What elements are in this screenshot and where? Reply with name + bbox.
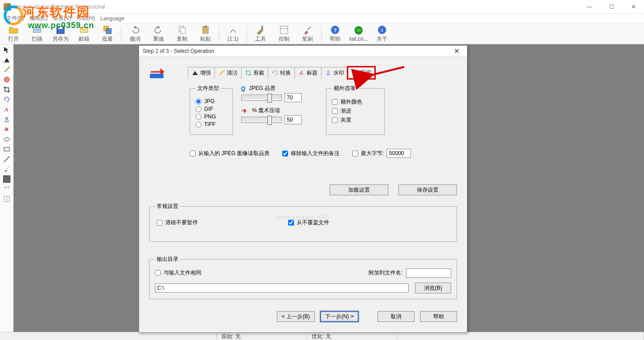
radio-png[interactable] [196,114,201,120]
tb-ratio[interactable]: (1:1) [221,24,245,44]
maxbytes-value[interactable] [387,149,411,158]
tool-rotate-icon[interactable] [3,96,10,103]
filetype-group: 文件类型 JPG GIF PNG TIFF [190,85,233,135]
menu-view[interactable]: 查看(V) [51,14,73,23]
jpeg-quality-value[interactable] [285,93,302,102]
dialog-titlebar: Step 2 of 3 - Select Operation ✕ [139,46,467,57]
tb-saveas[interactable]: 另存为 [49,24,72,44]
tool-oval-icon[interactable] [3,136,10,143]
filetype-legend: 文件类型 [196,85,221,92]
color-swatch[interactable] [3,175,10,183]
minimize-button[interactable]: — [582,2,597,12]
general-settings-group: 常规设置 遇错不要暂停 从不覆盖文件 [149,203,457,242]
tool-brush-icon[interactable] [3,165,10,173]
check-maxbytes[interactable] [352,151,358,156]
tb-about[interactable]: i关于 [370,24,394,44]
svg-rect-29 [7,186,9,189]
tb-undo[interactable]: 撤消 [123,24,147,44]
menu-language[interactable]: Language [98,14,126,23]
tool-palette-icon[interactable] [3,76,10,83]
menu-edit[interactable]: 编辑(E) [28,14,49,23]
tab-convert[interactable]: 转换 [268,67,295,79]
tab-watermark[interactable]: 水印 [321,67,348,79]
browse-button[interactable]: 浏览(B) [415,283,451,293]
output-path-field[interactable] [155,283,409,293]
radio-gif[interactable] [196,106,201,112]
check-remove-comment[interactable] [282,151,288,156]
next-button[interactable]: 下一步(N) > [320,311,359,322]
tb-xat[interactable]: xat.co... [347,24,370,44]
svg-rect-11 [261,25,263,29]
append-filename-field[interactable] [406,269,451,278]
cancel-button[interactable]: 取消 [378,311,415,322]
maximize-button[interactable]: ☐ [605,2,619,12]
check-progressive[interactable] [332,108,338,114]
toolbar-separator [321,26,322,42]
svg-text:i: i [381,27,383,33]
tool-stamp-icon[interactable] [3,116,10,123]
jpeg-quality-slider[interactable] [241,94,282,101]
tool-contrast-icon[interactable] [3,56,10,63]
check-same-as-input[interactable] [155,270,161,276]
tool-compress-icon[interactable] [3,126,10,133]
tool-pointer-icon[interactable] [3,46,10,53]
tab-caption[interactable]: A标题 [294,67,322,79]
tb-batch[interactable]: 批量 [96,24,119,44]
dialog-close-button[interactable]: ✕ [450,47,463,55]
svg-text:A: A [299,70,303,76]
svg-line-27 [7,167,9,169]
check-extracolor[interactable] [332,99,338,105]
tb-scan[interactable]: 扫描 [25,24,49,44]
tool-wand-icon[interactable] [3,66,10,73]
svg-line-20 [5,67,9,72]
svg-text:?: ? [334,27,337,33]
tab-crop[interactable]: 剪裁 [241,67,268,79]
menu-bar: 文件(F) 编辑(E) 查看(V) 帮助(H) Language [0,14,644,24]
check-grayscale[interactable] [332,117,338,123]
tab-compress[interactable]: 压缩 [348,67,375,79]
svg-text:A: A [4,107,8,113]
help-button[interactable]: 帮助 [420,311,457,322]
check-no-pause[interactable] [157,220,163,226]
toolbar-separator [121,26,121,42]
quality-group: QJPEG 品质 % 魔术压缩 [241,85,318,140]
tb-paste[interactable]: 粘贴 [194,24,217,44]
tool-line-icon[interactable] [3,156,10,163]
svg-rect-6 [106,28,111,33]
tb-mail[interactable]: 邮箱 [72,24,96,44]
close-button[interactable]: ✕ [627,2,640,12]
tool-text-icon[interactable]: A [3,106,10,113]
tb-control[interactable]: 控制 [272,24,296,44]
svg-point-33 [223,70,225,71]
tool-grid1-icon[interactable] [3,185,10,193]
tb-brush[interactable]: 笔刷 [296,24,319,44]
svg-rect-1 [34,28,40,31]
tb-tools[interactable]: 工具 [249,24,272,44]
tab-clean[interactable]: 清洁 [215,67,242,79]
menu-file[interactable]: 文件(F) [5,14,26,23]
tab-enhance[interactable]: 增强 [188,67,215,79]
back-button[interactable]: < 上一步(B) [277,311,315,322]
load-settings-button[interactable]: 加载设置 [330,184,388,195]
magic-compress-slider[interactable] [241,117,282,123]
status-bar: 原始: 无 优化: 无 [0,332,644,340]
tb-help[interactable]: ?帮助 [323,24,347,44]
wizard-dialog: Step 2 of 3 - Select Operation ✕ 增强 清洁 剪… [139,45,467,333]
svg-rect-25 [4,147,9,151]
tb-redo[interactable]: 重做 [147,24,170,44]
output-legend: 输出目录 [155,255,180,263]
tb-copy[interactable]: 复制 [170,24,194,44]
check-read-quality[interactable] [190,151,196,156]
radio-tiff[interactable] [196,122,201,128]
tool-crop-icon[interactable] [3,86,10,93]
tool-grid2-icon[interactable] [3,195,10,203]
check-no-overwrite[interactable] [288,220,294,226]
svg-rect-3 [58,26,62,29]
tool-rect-icon[interactable] [3,146,10,153]
save-settings-button[interactable]: 保存设置 [398,184,457,195]
magic-compress-value[interactable] [285,115,302,124]
radio-jpg[interactable] [196,99,201,104]
svg-rect-8 [181,28,185,33]
menu-help[interactable]: 帮助(H) [75,14,97,23]
tb-open[interactable]: 打开 [2,24,25,44]
